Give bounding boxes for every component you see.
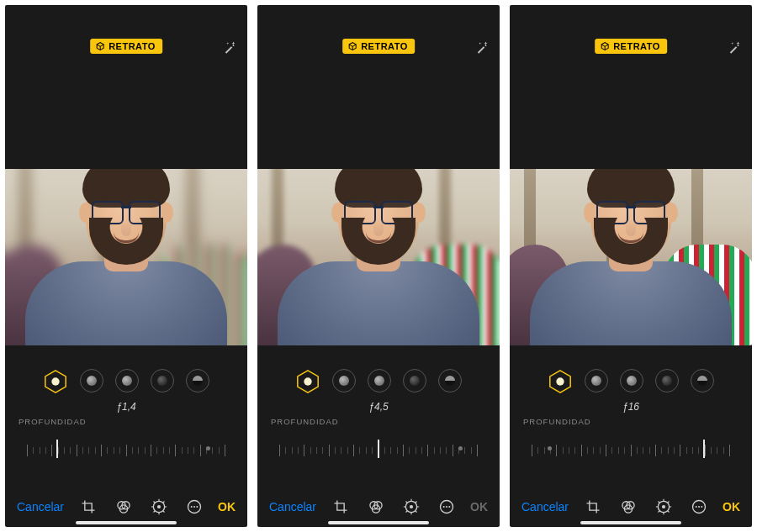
done-button[interactable]: OK (723, 500, 740, 514)
svg-line-29 (405, 502, 407, 503)
svg-line-50 (658, 511, 659, 513)
svg-point-1 (51, 377, 59, 385)
auto-enhance-wand-icon (727, 40, 742, 55)
lighting-studio[interactable] (80, 369, 103, 392)
lighting-stage[interactable] (655, 369, 679, 392)
auto-enhance-button[interactable] (727, 40, 742, 59)
depth-control: PROFUNDIDAD ƒ1,4 (5, 413, 247, 466)
lighting-stage-mono[interactable] (438, 369, 462, 392)
cube-icon (95, 41, 105, 51)
filters-button[interactable] (620, 498, 637, 515)
lighting-stage-mono[interactable] (691, 369, 714, 392)
photo-edit-screen: RETRATO (5, 5, 247, 527)
filters-button[interactable] (115, 498, 132, 515)
svg-point-52 (661, 505, 664, 508)
more-button[interactable] (691, 498, 707, 515)
svg-point-55 (698, 506, 700, 508)
crop-rotate-icon (80, 498, 97, 515)
photo-subject (294, 169, 463, 345)
lighting-stage[interactable] (151, 369, 174, 392)
adjust-button[interactable] (655, 498, 672, 515)
depth-slider[interactable] (19, 433, 234, 466)
svg-point-36 (446, 506, 447, 508)
svg-line-30 (415, 511, 416, 513)
auto-enhance-wand-icon (222, 40, 237, 55)
crop-button[interactable] (80, 498, 97, 515)
slider-pointer (703, 440, 705, 458)
svg-point-17 (193, 506, 195, 508)
portrait-mode-badge[interactable]: RETRATO (342, 39, 415, 54)
photo-subject (42, 169, 210, 345)
home-indicator[interactable] (76, 521, 177, 524)
lighting-natural-selected[interactable] (43, 369, 68, 394)
done-button[interactable]: OK (218, 500, 236, 514)
portrait-lighting-effects (510, 369, 752, 394)
lighting-natural-selected[interactable] (548, 369, 573, 394)
more-button[interactable] (438, 498, 455, 515)
svg-line-48 (658, 502, 659, 503)
svg-point-56 (701, 506, 702, 508)
bottom-toolbar: Cancelar OK (5, 498, 247, 515)
lighting-stage-mono[interactable] (186, 369, 209, 392)
depth-slider[interactable] (271, 433, 486, 466)
svg-point-35 (442, 506, 444, 508)
bottom-toolbar: Cancelar OK (510, 498, 752, 515)
top-bar: RETRATO (257, 5, 500, 64)
done-button[interactable]: OK (470, 500, 488, 514)
adjust-button[interactable] (151, 498, 167, 515)
svg-point-16 (190, 506, 192, 508)
depth-aperture-value: ƒ16 (622, 401, 639, 413)
home-indicator[interactable] (328, 521, 429, 524)
svg-point-14 (156, 505, 160, 508)
svg-point-39 (556, 377, 564, 385)
slider-pointer (56, 440, 58, 458)
adjust-dial-icon (655, 498, 672, 515)
portrait-lighting-effects (257, 369, 500, 394)
photo-preview[interactable] (5, 169, 247, 345)
auto-enhance-button[interactable] (222, 40, 237, 59)
lighting-natural-selected[interactable] (295, 369, 320, 394)
crop-rotate-icon (332, 498, 349, 515)
more-ellipsis-icon (438, 498, 455, 515)
lighting-stage[interactable] (403, 369, 426, 392)
crop-button[interactable] (332, 498, 349, 515)
lighting-contour[interactable] (620, 369, 643, 392)
auto-enhance-wand-icon (474, 40, 490, 55)
depth-slider[interactable] (523, 433, 738, 466)
lighting-studio[interactable] (332, 369, 356, 392)
filters-icon (620, 498, 637, 515)
bottom-toolbar: Cancelar OK (257, 498, 500, 515)
cancel-button[interactable]: Cancelar (269, 500, 316, 514)
lighting-studio[interactable] (585, 369, 608, 392)
cancel-button[interactable]: Cancelar (521, 500, 569, 514)
lighting-contour[interactable] (368, 369, 391, 392)
edit-tools (332, 498, 455, 515)
adjust-dial-icon (403, 498, 420, 515)
crop-button[interactable] (585, 498, 601, 515)
svg-line-13 (162, 502, 164, 503)
svg-line-31 (405, 511, 407, 513)
lighting-contour[interactable] (115, 369, 139, 392)
svg-point-33 (409, 505, 412, 508)
more-button[interactable] (186, 498, 203, 515)
top-bar: RETRATO (5, 5, 247, 64)
slider-ticks (532, 445, 730, 456)
photo-preview[interactable] (257, 169, 500, 345)
svg-line-51 (667, 502, 669, 503)
home-indicator[interactable] (580, 521, 681, 524)
photo-preview[interactable] (510, 169, 752, 345)
filters-button[interactable] (368, 498, 384, 515)
crop-rotate-icon (585, 498, 601, 515)
portrait-mode-badge[interactable]: RETRATO (90, 39, 162, 54)
cancel-button[interactable]: Cancelar (17, 500, 64, 514)
adjust-dial-icon (151, 498, 167, 515)
filters-icon (368, 498, 384, 515)
depth-label: PROFUNDIDAD (523, 417, 591, 426)
svg-line-12 (153, 511, 155, 513)
slider-pointer (378, 440, 379, 458)
adjust-button[interactable] (403, 498, 420, 515)
depth-control: PROFUNDIDAD ƒ16 (510, 413, 752, 466)
svg-point-54 (695, 506, 696, 508)
portrait-mode-badge[interactable]: RETRATO (595, 39, 667, 54)
auto-enhance-button[interactable] (474, 40, 490, 59)
